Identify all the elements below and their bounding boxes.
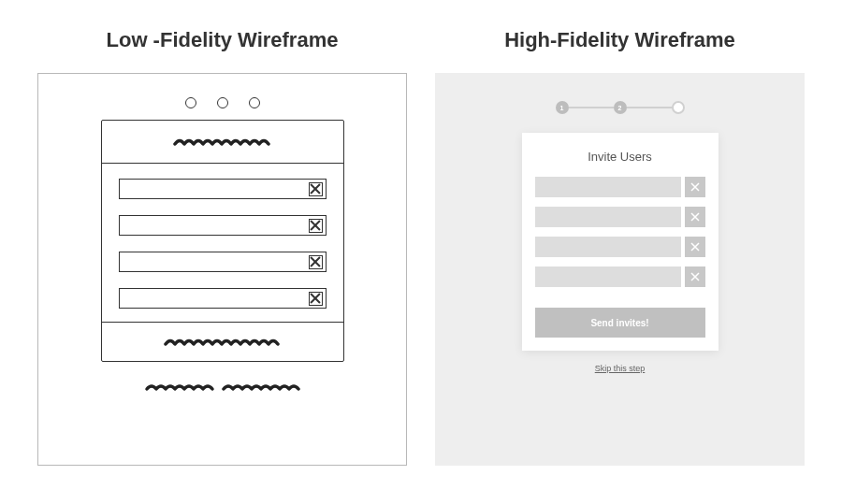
hifi-step-2[interactable]: 2 — [614, 101, 627, 114]
hifi-input-row-2 — [535, 207, 705, 227]
lofi-step-circle-1 — [185, 97, 196, 108]
close-icon[interactable] — [685, 266, 705, 287]
lofi-step-circle-3 — [249, 97, 260, 108]
low-fidelity-panel: Low -Fidelity Wireframe — [37, 28, 407, 466]
lofi-step-indicator — [185, 97, 260, 108]
email-input-3[interactable] — [535, 237, 681, 257]
hifi-step-3[interactable] — [672, 101, 685, 114]
lofi-input-row-4 — [119, 288, 327, 309]
hifi-frame: 1 2 Invite Users — [435, 73, 805, 466]
lofi-frame — [37, 73, 407, 466]
lofi-card-body — [102, 164, 343, 322]
hifi-step-indicator: 1 2 — [556, 101, 685, 114]
lofi-input-row-3 — [119, 252, 327, 272]
hifi-card-body — [522, 177, 719, 287]
close-icon[interactable] — [685, 207, 705, 227]
hifi-input-row-1 — [535, 177, 705, 197]
lofi-input-row-2 — [119, 215, 327, 236]
close-icon — [309, 292, 323, 306]
email-input-1[interactable] — [535, 177, 681, 197]
close-icon[interactable] — [685, 237, 705, 257]
email-input-4[interactable] — [535, 266, 681, 287]
lofi-step-circle-2 — [217, 97, 228, 108]
email-input-2[interactable] — [535, 207, 681, 227]
lofi-title: Low -Fidelity Wireframe — [107, 28, 339, 52]
lofi-card — [101, 120, 344, 362]
lofi-card-header — [102, 121, 343, 164]
skip-step-link[interactable]: Skip this step — [595, 364, 646, 373]
close-icon[interactable] — [685, 177, 705, 197]
close-icon — [309, 255, 323, 269]
hifi-input-row-4 — [535, 266, 705, 287]
hifi-step-connector-1 — [569, 107, 614, 108]
scribble-button-icon — [162, 336, 283, 349]
scribble-heading-icon — [171, 136, 274, 149]
close-icon — [309, 219, 323, 233]
hifi-step-1[interactable]: 1 — [556, 101, 569, 114]
lofi-input-row-1 — [119, 179, 327, 199]
scribble-link-icon — [143, 381, 302, 394]
lofi-card-footer — [102, 322, 343, 361]
hifi-card-title: Invite Users — [522, 133, 719, 177]
hifi-card: Invite Users — [522, 133, 719, 351]
close-icon — [309, 182, 323, 196]
hifi-input-row-3 — [535, 237, 705, 257]
send-invites-button[interactable]: Send invites! — [535, 308, 705, 338]
high-fidelity-panel: High-Fidelity Wireframe 1 2 Invite Users — [435, 28, 805, 466]
lofi-skip-link — [143, 381, 302, 394]
hifi-step-connector-2 — [627, 107, 672, 108]
hifi-title: High-Fidelity Wireframe — [504, 28, 735, 52]
